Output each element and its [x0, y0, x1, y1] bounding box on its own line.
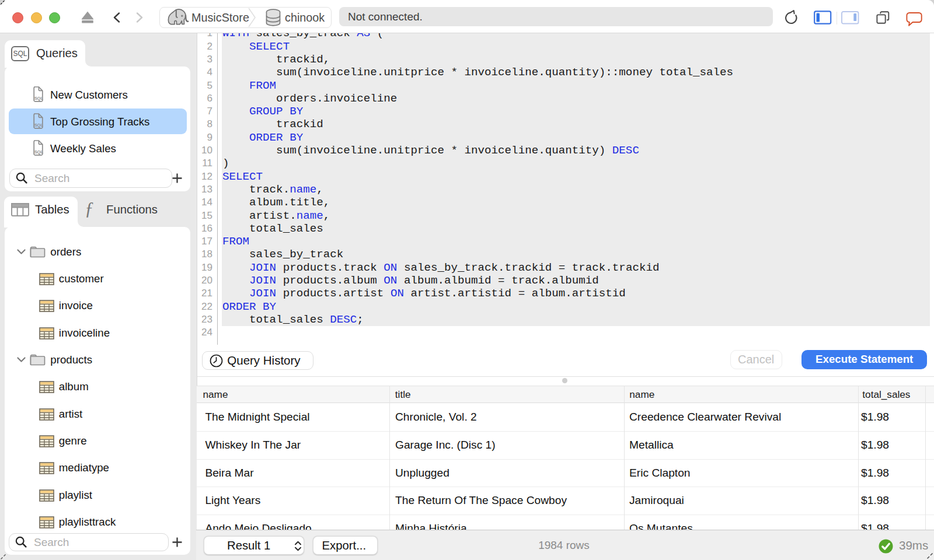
svg-text:SQL: SQL	[34, 149, 43, 155]
svg-text:SQL: SQL	[34, 96, 43, 101]
svg-text:SQL: SQL	[34, 123, 43, 128]
